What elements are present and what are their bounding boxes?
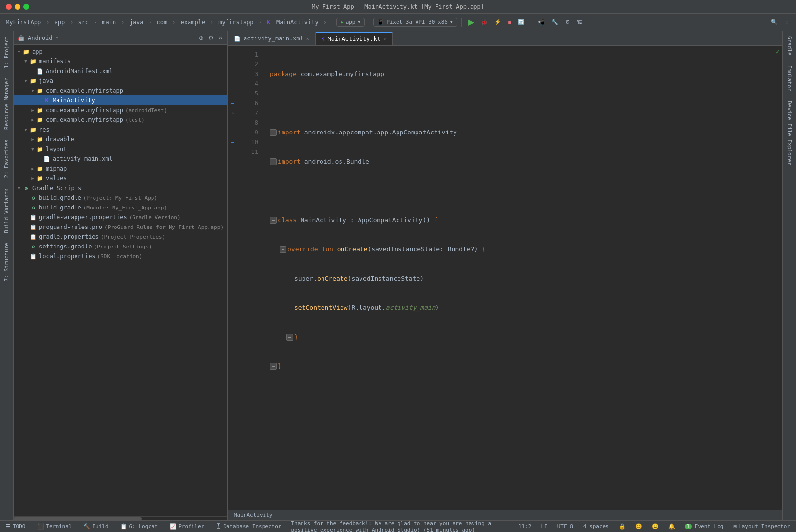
emoji-icon-1: 😊	[635, 523, 642, 530]
breadcrumb-main[interactable]: main	[100, 18, 118, 27]
status-todo[interactable]: ☰ TODO	[4, 522, 28, 532]
tree-subtext-build-gradle-module: (Module: My_First_App.app)	[83, 205, 167, 211]
sidebar-tab-favorites[interactable]: 2: Favorites	[0, 134, 13, 183]
tree-item-drawable[interactable]: ▶ 📁 drawable	[14, 134, 227, 144]
maximize-button[interactable]	[23, 4, 29, 10]
tree-item-manifests[interactable]: ▼ 📁 manifests	[14, 57, 227, 66]
close-button[interactable]	[6, 4, 12, 10]
editor-scrollbar[interactable]: ✓	[773, 46, 782, 510]
tree-item-package-main[interactable]: ▼ 📁 com.example.myfirstapp	[14, 86, 227, 95]
tree-item-build-gradle-module[interactable]: ▶ ⚙ build.gradle (Module: My_First_App.a…	[14, 203, 227, 212]
status-layout-inspector[interactable]: ⊞ Layout Inspector	[731, 522, 792, 532]
app-config-dropdown[interactable]: ▶ app ▾	[336, 18, 365, 27]
sidebar-tab-resource[interactable]: Resource Manager	[0, 73, 13, 134]
status-notifications[interactable]: 🔔	[666, 522, 677, 532]
tree-item-res[interactable]: ▼ 📁 res	[14, 125, 227, 134]
status-build[interactable]: 🔨 Build	[81, 522, 110, 532]
breadcrumb-src[interactable]: src	[76, 18, 91, 27]
debug-button[interactable]: 🐞	[478, 18, 490, 27]
fold-icon-6[interactable]: –	[270, 217, 277, 224]
panel-action-add[interactable]: ⊕	[197, 34, 205, 42]
code-line-6: –class MainActivity : AppCompatActivity(…	[270, 215, 765, 225]
breadcrumb-java[interactable]: java	[127, 18, 145, 27]
project-structure-button[interactable]: 🏗	[574, 18, 585, 27]
project-panel-label: Android	[28, 35, 53, 41]
scroll-thumb-h[interactable]	[14, 517, 142, 520]
tab-mainactivity-kt[interactable]: K MainActivity.kt ×	[316, 32, 393, 45]
fold-icon-11[interactable]: –	[270, 363, 277, 370]
status-logcat[interactable]: 📋 6: Logcat	[118, 522, 160, 532]
breadcrumb-myfirstapp[interactable]: MyFirstApp	[4, 18, 43, 27]
tree-item-mainactivity[interactable]: ▶ K MainActivity	[14, 95, 227, 105]
sidebar-tab-project[interactable]: 1: Project	[0, 31, 13, 73]
breadcrumb-app[interactable]: app	[52, 18, 67, 27]
tree-item-gradle-scripts[interactable]: ▼ ⚙ Gradle Scripts	[14, 183, 227, 193]
status-terminal[interactable]: ⬛ Terminal	[36, 522, 74, 532]
panel-action-close[interactable]: ×	[217, 34, 224, 42]
panel-action-gear[interactable]: ⚙	[207, 34, 215, 42]
tree-item-proguard[interactable]: ▶ 📋 proguard-rules.pro (ProGuard Rules f…	[14, 222, 227, 232]
fold-icon-10[interactable]: –	[286, 334, 293, 341]
status-database[interactable]: 🗄 Database Inspector	[214, 522, 283, 532]
right-tab-emulator[interactable]: Emulator	[783, 60, 796, 96]
code-panel: 📄 activity_main.xml × K MainActivity.kt …	[228, 31, 782, 520]
breadcrumb-example[interactable]: example	[179, 18, 208, 27]
search-everywhere-button[interactable]: 🔍	[768, 18, 780, 27]
type-bundle: Bundle	[448, 245, 471, 254]
tree-item-app[interactable]: ▼ 📁 app	[14, 47, 227, 57]
tree-item-package-androidtest[interactable]: ▶ 📁 com.example.myfirstapp (androidTest)	[14, 105, 227, 115]
tree-item-layout[interactable]: ▼ 📁 layout	[14, 144, 227, 154]
sdk-manager-button[interactable]: 🔧	[549, 18, 561, 27]
tree-item-values[interactable]: ▶ 📁 values	[14, 173, 227, 183]
fold-icon-3[interactable]: –	[270, 129, 277, 136]
properties-icon-gradle: 📋	[29, 233, 37, 241]
right-tab-gradle[interactable]: Gradle	[783, 31, 796, 60]
status-encoding[interactable]: UTF-8	[555, 522, 575, 532]
tree-item-mipmap[interactable]: ▶ 📁 mipmap	[14, 164, 227, 173]
tab-activity-main-xml[interactable]: 📄 activity_main.xml ×	[228, 32, 316, 45]
tree-item-activity-main-xml[interactable]: ▶ 📄 activity_main.xml	[14, 154, 227, 164]
device-dropdown[interactable]: 📱 Pixel_3a_API_30_x86 ▾	[373, 18, 457, 27]
tab-close-activity-main[interactable]: ×	[306, 36, 309, 41]
sync-button[interactable]: 🔄	[515, 18, 527, 27]
sidebar-tab-structure[interactable]: 7: Structure	[0, 238, 13, 286]
tree-item-build-gradle-project[interactable]: ▶ ⚙ build.gradle (Project: My_First_App)	[14, 193, 227, 203]
stop-button[interactable]: ■	[506, 18, 514, 27]
profiler-icon: 📈	[170, 523, 176, 530]
horizontal-scrollbar[interactable]	[14, 516, 227, 520]
tree-item-package-test[interactable]: ▶ 📁 com.example.myfirstapp (test)	[14, 115, 227, 125]
project-dropdown-icon[interactable]: ▾	[56, 35, 59, 41]
tree-item-java[interactable]: ▼ 📁 java	[14, 76, 227, 86]
traffic-lights[interactable]	[6, 4, 29, 10]
profile-button[interactable]: ⚡	[492, 18, 504, 27]
tab-close-mainactivity[interactable]: ×	[383, 37, 386, 42]
right-tab-device-explorer[interactable]: Device File Explorer	[783, 96, 796, 170]
layout-ref: activity_main	[386, 303, 436, 313]
settings-button[interactable]: ⚙	[563, 18, 572, 27]
breadcrumb-mainactivity[interactable]: MainActivity	[274, 18, 321, 27]
status-event-log[interactable]: 1 Event Log	[683, 522, 726, 532]
code-content[interactable]: package com.example.myfirstapp –import a…	[262, 46, 773, 510]
minimize-button[interactable]	[15, 4, 20, 10]
tree-item-local-properties[interactable]: ▶ 📋 local.properties (SDK Location)	[14, 251, 227, 261]
settings-toolbar-button[interactable]: ⋮	[782, 18, 792, 27]
breadcrumb-myfirstapp2[interactable]: myfirstapp	[216, 18, 255, 27]
tree-item-gradle-properties[interactable]: ▶ 📋 gradle.properties (Project Propertie…	[14, 232, 227, 242]
sidebar-tab-build-variants[interactable]: Build Variants	[0, 183, 13, 238]
tree-item-settings-gradle[interactable]: ▶ ⚙ settings.gradle (Project Settings)	[14, 242, 227, 251]
status-indent[interactable]: 4 spaces	[581, 522, 611, 532]
fold-icon-7[interactable]: –	[280, 246, 286, 253]
build-label: Build	[92, 523, 108, 530]
s7c: (	[367, 245, 371, 254]
tree-item-androidmanifest[interactable]: ▶ 📄 AndroidManifest.xml	[14, 66, 227, 76]
run-button[interactable]: ▶	[466, 16, 476, 28]
avd-manager-button[interactable]: 📲	[535, 18, 547, 27]
tree-item-gradle-wrapper[interactable]: ▶ 📋 gradle-wrapper.properties (Gradle Ve…	[14, 212, 227, 222]
breadcrumb-com[interactable]: com	[155, 18, 170, 27]
fold-icon-4[interactable]: –	[270, 158, 277, 165]
tree-label-gradle-scripts: Gradle Scripts	[32, 185, 81, 191]
status-profiler[interactable]: 📈 Profiler	[168, 522, 206, 532]
code-editor[interactable]: – ⚠ – – – 1 2 3 4 5 6 7 8 9 10 11	[228, 46, 782, 510]
status-line-ending[interactable]: LF	[539, 522, 549, 532]
status-cursor[interactable]: 11:2	[516, 522, 533, 532]
